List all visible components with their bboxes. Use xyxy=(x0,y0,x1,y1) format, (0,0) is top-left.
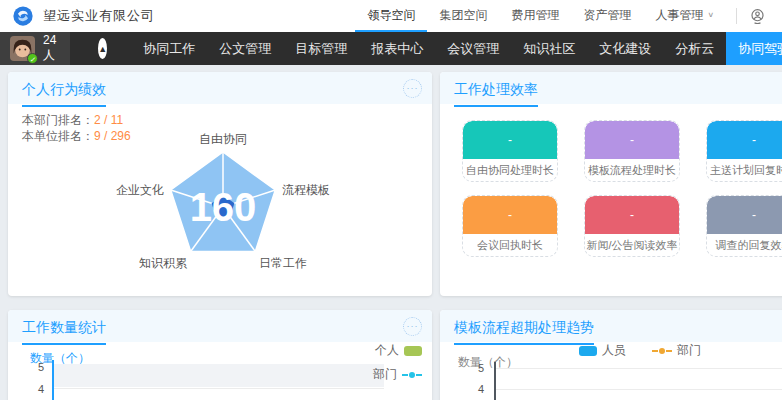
nav-item-goals[interactable]: 目标管理 xyxy=(283,32,359,65)
y-axis-line xyxy=(52,360,54,400)
radar-axis-label: 企业文化 xyxy=(116,183,164,197)
company-name: 望远实业有限公司 xyxy=(43,7,155,25)
rank-dept-value: 2 / 11 xyxy=(94,113,123,127)
stat-card-meeting-receipt[interactable]: - 会议回执时长 xyxy=(462,195,558,257)
main-menu: 协同工作 公文管理 目标管理 报表中心 会议管理 知识社区 文化建设 分析云 协… xyxy=(131,32,782,65)
profile-icon[interactable] xyxy=(747,0,768,32)
stat-value: - xyxy=(707,196,782,234)
nav-item-official-doc[interactable]: 公文管理 xyxy=(207,32,283,65)
chart-gridline xyxy=(54,388,384,389)
y-axis-line xyxy=(494,362,496,400)
company-logo-icon xyxy=(12,5,34,27)
more-icon[interactable]: ··· xyxy=(403,79,422,98)
stat-card-free-collab[interactable]: - 自由协同处理时长 xyxy=(462,120,558,182)
topnav-item-group-space[interactable]: 集团空间 xyxy=(427,0,499,32)
panel-header: 工作数量统计 ··· xyxy=(8,310,432,342)
panel-title: 工作数量统计 xyxy=(22,319,106,345)
legend-item-department[interactable]: 部门 xyxy=(652,342,701,359)
chart-gridline xyxy=(496,368,782,369)
legend-item-personnel[interactable]: 人员 xyxy=(579,342,626,359)
legend-item-department[interactable]: 部门 xyxy=(373,366,422,383)
stat-value: - xyxy=(463,196,557,234)
radar-axis-label: 流程模板 xyxy=(282,183,330,197)
stat-card-template-flow[interactable]: - 模板流程处理时长 xyxy=(584,120,680,182)
panel-title: 个人行为绩效 xyxy=(22,81,106,107)
panel-personal-performance: 个人行为绩效 ··· 本部门排名：2 / 11 本单位排名：9 / 296 自由… xyxy=(8,72,432,296)
stat-card-plan-reply[interactable]: - 主送计划回复时长 xyxy=(706,120,782,182)
radar-score: 160 xyxy=(190,185,257,229)
topnav-item-assets[interactable]: 资产管理 xyxy=(571,0,643,32)
legend-item-personal[interactable]: 个人 xyxy=(375,342,422,359)
legend-line-marker xyxy=(402,372,422,378)
online-badge-icon: ✓ xyxy=(27,53,38,64)
nav-item-cockpit[interactable]: 协同驾驶舱 xyxy=(726,32,782,65)
panel-overdue-trend: 模板流程超期处理趋势 ··· 人员 部门 数量（个） 5 4 xyxy=(440,310,782,400)
stat-card-survey-reply[interactable]: - 调查的回复效率 xyxy=(706,195,782,257)
main-nav: ✓ 24人 ▲ 协同工作 公文管理 目标管理 报表中心 会议管理 知识社区 文化… xyxy=(0,32,782,65)
radar-chart: 自由协同 流程模板 日常工作 知识积累 企业文化 160 xyxy=(73,127,373,287)
nav-item-reports[interactable]: 报表中心 xyxy=(359,32,435,65)
nav-item-meetings[interactable]: 会议管理 xyxy=(435,32,511,65)
user-block[interactable]: ✓ 24人 xyxy=(0,32,70,65)
y-tick: 4 xyxy=(30,383,44,395)
more-icon[interactable]: ··· xyxy=(403,317,422,336)
workspace-arrow-icon[interactable]: ▲ xyxy=(98,38,107,59)
stat-value: - xyxy=(707,121,782,159)
panel-header: 工作处理效率 ··· xyxy=(440,72,782,104)
y-tick: 5 xyxy=(30,361,44,373)
topbar: 望远实业有限公司 领导空间 集团空间 费用管理 资产管理 人事管理 ∨ xyxy=(0,0,782,32)
y-tick: 4 xyxy=(470,383,484,395)
panel-work-efficiency: 工作处理效率 ··· - 自由协同处理时长 - 模板流程处理时长 - 主送计划回… xyxy=(440,72,782,296)
topnav-item-leader-space[interactable]: 领导空间 xyxy=(355,0,427,32)
nav-item-knowledge[interactable]: 知识社区 xyxy=(511,32,587,65)
chart-band xyxy=(54,364,384,387)
dashboard-screen: 望远实业有限公司 领导空间 集团空间 费用管理 资产管理 人事管理 ∨ xyxy=(0,0,782,400)
legend-swatch xyxy=(404,346,422,356)
legend-swatch xyxy=(579,346,597,356)
radar-axis-label: 自由协同 xyxy=(199,132,247,146)
y-tick: 5 xyxy=(470,362,484,374)
stat-value: - xyxy=(463,121,557,159)
divider xyxy=(736,8,737,24)
chevron-down-icon: ∨ xyxy=(707,11,714,19)
user-count: 24人 xyxy=(43,33,56,64)
avatar: ✓ xyxy=(10,36,35,61)
radar-axis-label: 知识积累 xyxy=(139,256,187,270)
chart-gridline xyxy=(496,389,782,390)
nav-item-analytics-cloud[interactable]: 分析云 xyxy=(663,32,726,65)
panel-header: 模板流程超期处理趋势 ··· xyxy=(440,310,782,342)
stat-card-news-read[interactable]: - 新闻/公告阅读效率 xyxy=(584,195,680,257)
topnav-item-expense[interactable]: 费用管理 xyxy=(499,0,571,32)
chart-legend: 个人 部门 xyxy=(373,342,422,383)
panel-work-count: 工作数量统计 ··· 数量（个） 5 4 个人 部门 xyxy=(8,310,432,400)
radar-axis-label: 日常工作 xyxy=(259,256,307,270)
nav-item-culture[interactable]: 文化建设 xyxy=(587,32,663,65)
topbar-menu: 领导空间 集团空间 费用管理 资产管理 人事管理 ∨ xyxy=(355,0,768,32)
brand[interactable]: 望远实业有限公司 xyxy=(12,0,155,32)
stat-value: - xyxy=(585,196,679,234)
topnav-item-hr[interactable]: 人事管理 ∨ xyxy=(643,0,726,32)
panel-title: 工作处理效率 xyxy=(454,81,538,107)
panel-header: 个人行为绩效 ··· xyxy=(8,72,432,104)
legend-line-marker xyxy=(652,348,672,354)
stat-cards: - 自由协同处理时长 - 模板流程处理时长 - 主送计划回复时长 - 会议回执时… xyxy=(462,120,782,257)
nav-item-collaboration[interactable]: 协同工作 xyxy=(131,32,207,65)
stat-value: - xyxy=(585,121,679,159)
